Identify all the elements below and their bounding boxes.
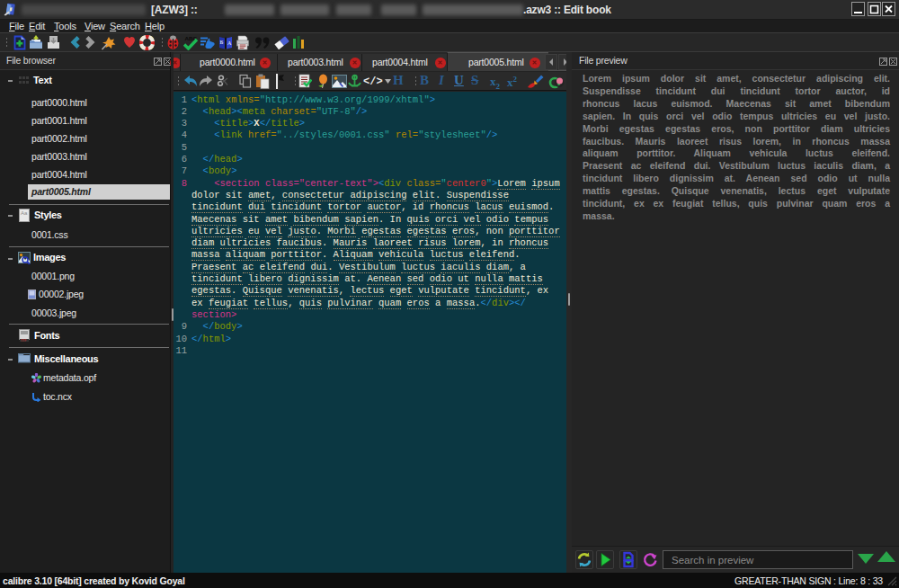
svg-text:A: A — [227, 40, 232, 46]
svg-text:Aa: Aa — [21, 210, 28, 216]
svg-text:Б: Б — [220, 40, 224, 45]
svg-text:</>: </> — [363, 76, 383, 87]
svg-text:TTF: TTF — [21, 339, 26, 343]
